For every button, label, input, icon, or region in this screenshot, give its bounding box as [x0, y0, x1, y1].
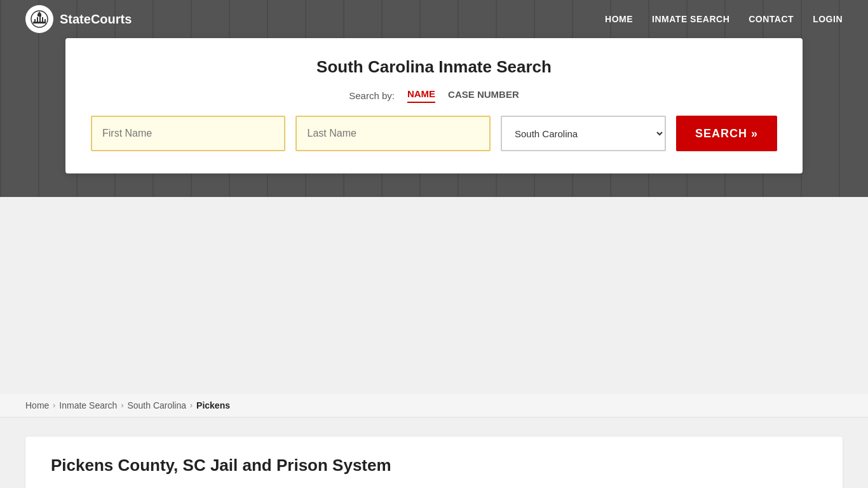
logo-text: StateCourts	[60, 12, 132, 27]
navigation: StateCourts HOME INMATE SEARCH CONTACT L…	[0, 0, 868, 38]
svg-rect-5	[42, 17, 43, 22]
logo[interactable]: StateCourts	[25, 5, 132, 33]
search-card: South Carolina Inmate Search Search by: …	[65, 38, 803, 173]
svg-rect-4	[39, 16, 41, 22]
breadcrumb-sep-3: ›	[190, 401, 193, 410]
breadcrumb-sep-2: ›	[121, 401, 123, 410]
svg-rect-7	[37, 14, 41, 17]
nav-home[interactable]: HOME	[605, 14, 633, 24]
search-card-title: South Carolina Inmate Search	[91, 57, 777, 77]
nav-contact[interactable]: CONTACT	[749, 14, 794, 24]
breadcrumb-sep-1: ›	[53, 401, 55, 410]
svg-rect-2	[34, 19, 36, 22]
tab-case-number[interactable]: CASE NUMBER	[448, 89, 519, 102]
search-button[interactable]: SEARCH »	[676, 116, 777, 151]
breadcrumb-inmate-search[interactable]: Inmate Search	[59, 400, 117, 410]
search-by-label: Search by:	[349, 90, 395, 101]
logo-icon	[25, 5, 53, 33]
search-fields: South Carolina SEARCH »	[91, 116, 777, 151]
county-title: Pickens County, SC Jail and Prison Syste…	[51, 456, 817, 475]
header: COURTHOUSE StateCourts HOME	[0, 0, 868, 197]
tab-name[interactable]: NAME	[407, 88, 435, 103]
svg-rect-6	[44, 19, 46, 22]
content-card: Pickens County, SC Jail and Prison Syste…	[25, 437, 843, 488]
breadcrumb: Home › Inmate Search › South Carolina › …	[0, 394, 868, 417]
svg-rect-3	[37, 17, 38, 22]
breadcrumb-state[interactable]: South Carolina	[127, 400, 186, 410]
nav-links: HOME INMATE SEARCH CONTACT LOGIN	[605, 13, 843, 25]
breadcrumb-current: Pickens	[196, 400, 230, 410]
state-select[interactable]: South Carolina	[501, 116, 666, 151]
breadcrumb-home[interactable]: Home	[25, 400, 49, 410]
nav-inmate-search[interactable]: INMATE SEARCH	[652, 14, 729, 24]
svg-marker-8	[37, 11, 41, 14]
last-name-input[interactable]	[295, 116, 490, 151]
nav-login[interactable]: LOGIN	[813, 14, 843, 24]
main-content: Pickens County, SC Jail and Prison Syste…	[0, 417, 868, 488]
first-name-input[interactable]	[91, 116, 285, 151]
search-by-row: Search by: NAME CASE NUMBER	[91, 88, 777, 103]
